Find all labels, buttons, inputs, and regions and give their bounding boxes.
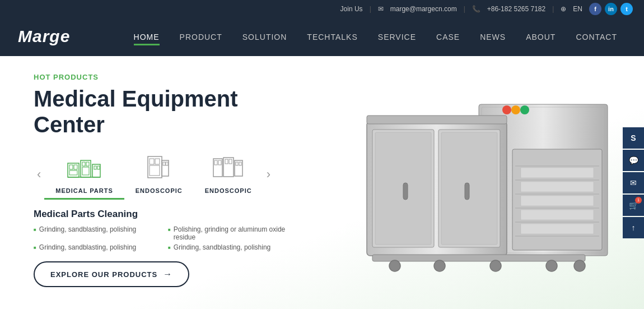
linkedin-icon[interactable]: in — [605, 3, 617, 15]
tab-endoscopic-1-label: ENDOSCOPIC — [136, 187, 183, 194]
svg-rect-49 — [521, 168, 594, 178]
svg-rect-18 — [163, 162, 165, 165]
endoscopic-2-icon — [209, 152, 248, 183]
nav-item-home[interactable]: HOME — [124, 32, 170, 42]
phone-link[interactable]: +86-182 5265 7182 — [487, 5, 545, 13]
right-panel — [314, 56, 644, 309]
nav-item-techtalks[interactable]: TECHTALKS — [297, 32, 367, 42]
main-content: HOT PRODUCTS Medical Equipment Center ‹ — [0, 56, 644, 309]
cart-badge: 1 — [635, 197, 642, 204]
next-button[interactable]: › — [263, 167, 274, 182]
product-tabs: ‹ MEDICAL PARTS — [34, 149, 291, 200]
main-title: Medical Equipment Center — [34, 86, 291, 137]
email-action-icon: ✉ — [630, 178, 637, 187]
arrow-icon: → — [163, 269, 172, 279]
tab-medical-parts-label: MEDICAL PARTS — [55, 187, 113, 194]
feature-item-4: Grinding, sandblasting, polishing — [168, 243, 291, 251]
svg-rect-25 — [229, 159, 232, 164]
facebook-icon[interactable]: f — [589, 3, 601, 15]
tab-endoscopic-2-label: ENDOSCOPIC — [205, 187, 252, 194]
svg-rect-38 — [367, 116, 507, 124]
top-bar: Join Us | ✉ marge@margecn.com | 📞 +86-18… — [0, 0, 644, 18]
svg-rect-27 — [236, 162, 238, 165]
svg-text:Marge: Marge — [18, 27, 70, 45]
svg-rect-11 — [97, 166, 100, 169]
scroll-top-icon: ↑ — [632, 223, 636, 232]
explore-button-label: EXPLORE OUR PRODUCTS — [50, 270, 157, 279]
nav-item-contact[interactable]: CONTACT — [566, 32, 627, 42]
svg-rect-3 — [74, 165, 77, 169]
email-icon: ✉ — [378, 5, 384, 13]
twitter-icon[interactable]: t — [620, 3, 633, 15]
svg-rect-28 — [239, 162, 241, 165]
nav-item-about[interactable]: ABOUT — [516, 32, 566, 42]
features-grid: Grinding, sandblasting, polishing Polish… — [34, 225, 291, 251]
nav-item-service[interactable]: SERVICE — [368, 32, 426, 42]
svg-point-55 — [389, 260, 400, 271]
join-us-link[interactable]: Join Us — [340, 5, 363, 13]
endoscopic-1-icon — [139, 152, 179, 183]
feature-item-1: Grinding, sandblasting, polishing — [34, 225, 157, 241]
nav-item-solution[interactable]: SOLUTION — [232, 32, 297, 42]
phone-icon: 📞 — [472, 5, 480, 13]
whatsapp-button[interactable]: 💬 — [623, 150, 644, 171]
scroll-top-button[interactable]: ↑ — [623, 217, 644, 238]
tab-medical-parts[interactable]: MEDICAL PARTS — [44, 149, 124, 200]
left-panel: HOT PRODUCTS Medical Equipment Center ‹ — [0, 56, 314, 309]
svg-rect-14 — [150, 159, 154, 164]
product-detail-title: Medical Parts Cleaning — [34, 209, 291, 220]
svg-rect-37 — [465, 183, 469, 200]
navbar: Marge HOME PRODUCT SOLUTION TECHTALKS SE… — [0, 18, 644, 56]
svg-rect-10 — [94, 166, 96, 169]
svg-point-57 — [490, 260, 501, 271]
svg-rect-34 — [403, 183, 408, 200]
svg-rect-6 — [82, 162, 85, 166]
svg-rect-51 — [521, 196, 594, 206]
explore-button[interactable]: EXPLORE OUR PRODUCTS → — [34, 261, 189, 287]
nav-item-case[interactable]: CASE — [426, 32, 470, 42]
whatsapp-icon: 💬 — [629, 156, 638, 165]
svg-point-41 — [520, 105, 529, 114]
skype-button[interactable]: S — [623, 127, 644, 149]
svg-rect-24 — [225, 159, 228, 164]
svg-rect-19 — [166, 162, 168, 165]
svg-point-58 — [546, 260, 557, 271]
email-button[interactable]: ✉ — [623, 172, 644, 193]
divider-3: | — [552, 5, 554, 13]
svg-rect-8 — [82, 167, 89, 175]
svg-rect-53 — [521, 224, 594, 234]
nav-item-news[interactable]: NEWS — [470, 32, 516, 42]
lang-icon: ⊕ — [561, 5, 566, 13]
svg-rect-52 — [521, 210, 594, 220]
svg-point-39 — [502, 105, 511, 114]
svg-point-40 — [511, 105, 520, 114]
prev-button[interactable]: ‹ — [34, 167, 44, 182]
tab-endoscopic-1[interactable]: ENDOSCOPIC — [124, 149, 194, 200]
svg-rect-2 — [69, 165, 73, 169]
svg-rect-22 — [218, 160, 221, 165]
svg-rect-16 — [150, 165, 160, 176]
svg-point-59 — [574, 260, 585, 271]
side-buttons: S 💬 ✉ 🛒 1 ↑ — [623, 127, 644, 238]
svg-rect-21 — [214, 160, 217, 165]
nav-item-product[interactable]: PRODUCT — [170, 32, 232, 42]
svg-rect-50 — [521, 182, 594, 192]
hot-products-label: HOT PRODUCTS — [34, 73, 291, 81]
divider-1: | — [370, 5, 371, 13]
feature-item-3: Grinding, sandblasting, polishing — [34, 243, 157, 251]
cart-button[interactable]: 🛒 1 — [623, 195, 644, 216]
medical-parts-icon — [65, 152, 104, 183]
lang-link[interactable]: EN — [573, 5, 582, 13]
nav-links: HOME PRODUCT SOLUTION TECHTALKS SERVICE … — [124, 32, 627, 42]
svg-rect-4 — [69, 170, 77, 175]
social-icons: f in t — [589, 3, 633, 15]
machine-image — [339, 76, 619, 289]
svg-rect-15 — [155, 159, 160, 164]
email-link[interactable]: marge@margecn.com — [390, 5, 457, 13]
svg-rect-7 — [86, 162, 89, 166]
divider-2: | — [464, 5, 465, 13]
svg-point-56 — [434, 260, 445, 271]
skype-icon: S — [631, 133, 636, 142]
tab-endoscopic-2[interactable]: ENDOSCOPIC — [194, 149, 263, 200]
logo: Marge — [17, 24, 84, 50]
